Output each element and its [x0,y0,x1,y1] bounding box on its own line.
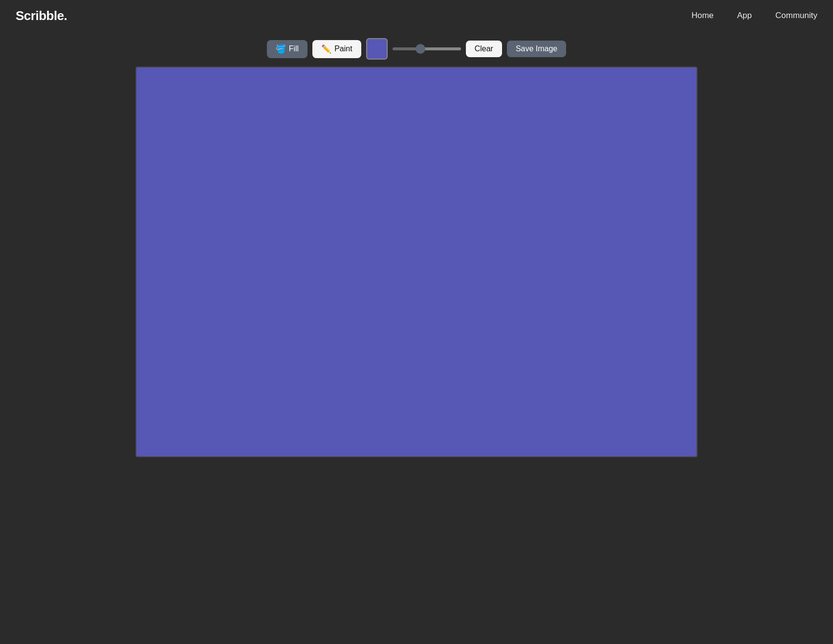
drawing-canvas[interactable] [135,66,698,457]
paint-label: Paint [334,44,352,53]
nav-home[interactable]: Home [691,11,713,21]
color-swatch[interactable] [366,38,388,60]
clear-label: Clear [475,44,493,53]
brush-size-slider-wrapper [393,47,461,50]
nav-links: Home App Community [691,11,817,21]
nav-community[interactable]: Community [775,11,817,21]
brand-logo: Scribble. [16,8,67,23]
nav-app[interactable]: App [737,11,752,21]
paint-icon: ✏️ [321,44,331,54]
paint-button[interactable]: ✏️ Paint [312,40,361,58]
fill-icon: 🪣 [276,44,286,54]
canvas-container [0,66,833,473]
save-label: Save Image [516,44,557,53]
fill-button[interactable]: 🪣 Fill [267,40,307,58]
save-image-button[interactable]: Save Image [507,41,566,57]
clear-button[interactable]: Clear [466,41,502,57]
brush-size-slider[interactable] [393,47,461,50]
toolbar: 🪣 Fill ✏️ Paint Clear Save Image [0,31,833,66]
fill-label: Fill [289,44,299,53]
navbar: Scribble. Home App Community [0,0,833,31]
